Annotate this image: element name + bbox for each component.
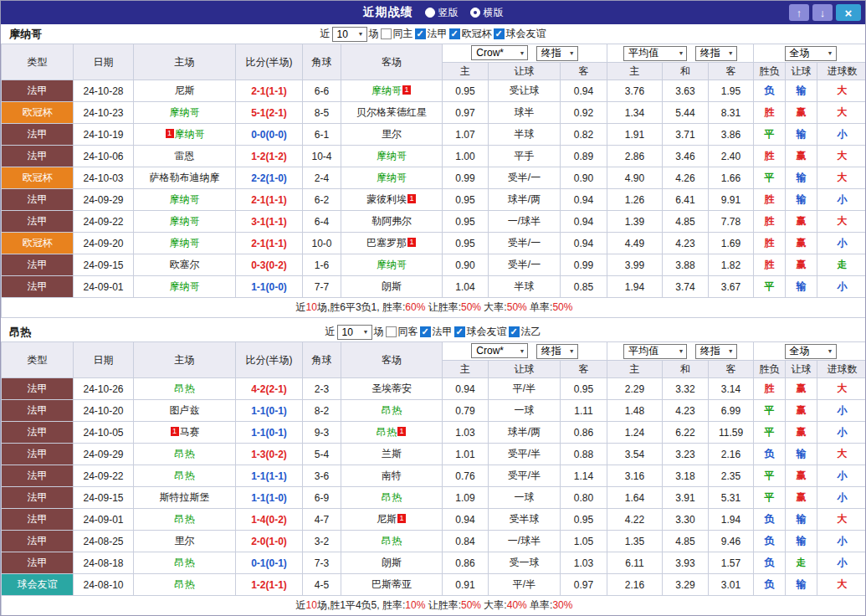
team-name: 昂热 xyxy=(175,470,195,481)
same-venue-checkbox[interactable] xyxy=(386,326,397,337)
close-button[interactable]: × xyxy=(836,4,861,21)
result-goals: 大 xyxy=(817,509,866,531)
away-team[interactable]: 尼斯1 xyxy=(341,509,443,531)
league-checkbox[interactable] xyxy=(509,326,520,337)
final-index-select[interactable]: 终指▼ xyxy=(536,46,578,61)
corner-count: 4-5 xyxy=(303,574,341,596)
match-score: 4-2(2-1) xyxy=(236,378,303,400)
home-team[interactable]: 摩纳哥 xyxy=(134,189,236,211)
away-team[interactable]: 兰斯 xyxy=(341,444,443,465)
away-team[interactable]: 巴塞罗那1 xyxy=(341,233,443,254)
move-up-button[interactable]: ↑ xyxy=(789,4,809,21)
select-value: 平均值 xyxy=(628,344,658,358)
odds-home: 1.04 xyxy=(443,276,489,298)
move-down-button[interactable]: ↓ xyxy=(812,4,833,21)
home-team[interactable]: 昂热 xyxy=(134,444,236,465)
home-team[interactable]: 昂热 xyxy=(134,552,236,574)
home-team[interactable]: 昂热 xyxy=(134,378,236,400)
home-team[interactable]: 斯特拉斯堡 xyxy=(134,487,236,509)
away-team[interactable]: 摩纳哥1 xyxy=(341,80,443,102)
company-select[interactable]: Crow*▼ xyxy=(471,343,528,358)
away-team[interactable]: 南特 xyxy=(341,465,443,487)
avg-away: 1.94 xyxy=(709,509,754,531)
final-index-select[interactable]: 终指▼ xyxy=(695,344,737,359)
away-team[interactable]: 昂热1 xyxy=(341,422,443,444)
home-team[interactable]: 图卢兹 xyxy=(134,400,236,422)
odds-away: 0.94 xyxy=(561,211,607,233)
match-row: 法甲24-09-15斯特拉斯堡1-1(1-0)6-9昂热1.09一球0.801.… xyxy=(2,487,866,509)
col-score: 比分(半场) xyxy=(236,342,303,378)
select-value: Crow* xyxy=(476,345,504,357)
home-team[interactable]: 雷恩 xyxy=(134,146,236,167)
result-handicap: 输 xyxy=(786,531,817,552)
result-wdl: 胜 xyxy=(754,189,786,211)
away-team[interactable]: 昂热 xyxy=(341,487,443,509)
home-team[interactable]: 摩纳哥 xyxy=(134,276,236,298)
away-team[interactable]: 巴斯蒂亚 xyxy=(341,574,443,596)
near-label: 近 xyxy=(320,27,331,41)
home-team[interactable]: 摩纳哥 xyxy=(134,211,236,233)
average-select[interactable]: 平均值▼ xyxy=(623,46,687,61)
result-wdl: 胜 xyxy=(754,233,786,254)
league-checkbox[interactable] xyxy=(454,326,465,337)
avg-draw: 6.22 xyxy=(663,422,709,444)
away-team[interactable]: 摩纳哥 xyxy=(341,167,443,189)
away-team[interactable]: 贝尔格莱德红星 xyxy=(341,102,443,124)
avg-home: 1.34 xyxy=(607,102,663,124)
odds-away: 0.88 xyxy=(561,444,607,465)
final-index-select[interactable]: 终指▼ xyxy=(536,344,578,359)
fullmatch-select[interactable]: 全场▼ xyxy=(785,344,837,359)
final-index-select[interactable]: 终指▼ xyxy=(695,46,737,61)
home-team[interactable]: 昂热 xyxy=(134,465,236,487)
layout-radio-horizontal[interactable]: 横版 xyxy=(470,6,504,20)
home-team[interactable]: 摩纳哥 xyxy=(134,102,236,124)
team-name: 摩纳哥 xyxy=(170,237,200,249)
away-team[interactable]: 勒阿弗尔 xyxy=(341,211,443,233)
league-checkbox[interactable] xyxy=(415,28,426,39)
select-value: 全场 xyxy=(790,46,810,60)
league-checkbox[interactable] xyxy=(494,28,505,39)
away-team[interactable]: 昂热 xyxy=(341,400,443,422)
away-team[interactable]: 摩纳哥 xyxy=(341,254,443,276)
home-team[interactable]: 摩纳哥 xyxy=(134,233,236,254)
away-team[interactable]: 蒙彼利埃1 xyxy=(341,189,443,211)
home-team[interactable]: 1马赛 xyxy=(134,422,236,444)
match-count-select[interactable]: 10▼ xyxy=(332,27,367,42)
away-team[interactable]: 朗斯 xyxy=(341,276,443,298)
match-date: 24-08-10 xyxy=(74,574,134,596)
company-select[interactable]: Crow*▼ xyxy=(471,45,528,60)
filter-controls: 近 10▼ 场 同客 法甲 球会友谊 法乙 xyxy=(325,325,542,340)
home-team[interactable]: 昂热 xyxy=(134,509,236,531)
away-team[interactable]: 圣埃蒂安 xyxy=(341,378,443,400)
home-team[interactable]: 尼斯 xyxy=(134,80,236,102)
odds-home: 0.95 xyxy=(443,233,489,254)
home-team[interactable]: 欧塞尔 xyxy=(134,254,236,276)
corner-count: 10-0 xyxy=(303,233,341,254)
odds-away: 0.92 xyxy=(561,102,607,124)
average-select[interactable]: 平均值▼ xyxy=(623,344,687,359)
away-team[interactable]: 朗斯 xyxy=(341,552,443,574)
away-team[interactable]: 里尔 xyxy=(341,124,443,146)
layout-radio-vertical[interactable]: 竖版 xyxy=(425,6,459,20)
result-goals: 小 xyxy=(817,422,866,444)
result-goals: 小 xyxy=(817,276,866,298)
home-team[interactable]: 1摩纳哥 xyxy=(134,124,236,146)
odds-handicap: 受平/半 xyxy=(489,465,561,487)
odds-home: 0.86 xyxy=(443,552,489,574)
league-checkbox[interactable] xyxy=(449,28,460,39)
avg-home: 3.76 xyxy=(607,80,663,102)
team-name: 图卢兹 xyxy=(170,404,200,416)
away-team[interactable]: 摩纳哥 xyxy=(341,146,443,167)
col-result-handicap: 让球 xyxy=(786,361,817,378)
home-team[interactable]: 里尔 xyxy=(134,531,236,552)
titlebar-buttons: ↑ ↓ × xyxy=(789,4,861,21)
match-count-select[interactable]: 10▼ xyxy=(337,325,372,340)
match-row: 法甲24-08-18昂热0-1(0-1)7-3朗斯0.86受一球1.036.11… xyxy=(2,552,866,574)
fullmatch-select[interactable]: 全场▼ xyxy=(785,46,837,61)
home-team[interactable]: 萨格勒布迪纳摩 xyxy=(134,167,236,189)
away-team[interactable]: 昂热 xyxy=(341,531,443,552)
league-checkbox[interactable] xyxy=(420,326,431,337)
home-team[interactable]: 昂热 xyxy=(134,574,236,596)
same-venue-checkbox[interactable] xyxy=(381,28,392,39)
result-wdl: 平 xyxy=(754,422,786,444)
